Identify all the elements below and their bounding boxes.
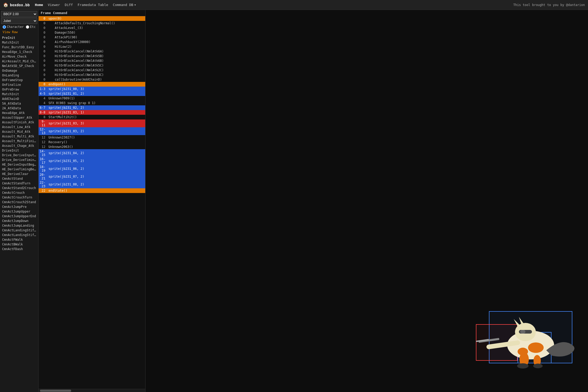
table-row[interactable]: 18-19sprite(jb231_06, 2) bbox=[39, 165, 145, 173]
sidebar-func-item[interactable]: CmnActCrouch bbox=[0, 190, 38, 195]
bottom-scrollbar[interactable] bbox=[39, 389, 145, 392]
radio-character[interactable] bbox=[3, 25, 6, 29]
frame-number: 4-5 bbox=[39, 92, 47, 95]
table-row[interactable]: 4SFX 0(003 swing grap 0 1) bbox=[39, 101, 145, 105]
radio-character-label[interactable]: Character bbox=[3, 25, 24, 29]
sidebar-func-item[interactable]: MatchInit bbox=[0, 40, 38, 45]
character-select[interactable]: Jubei bbox=[1, 18, 37, 24]
frame-number: 0 bbox=[39, 54, 47, 58]
table-row[interactable]: 1-3sprite(jb231_00, 3) bbox=[39, 87, 145, 91]
table-row[interactable]: 22endState() bbox=[39, 188, 145, 193]
table-row[interactable]: 0HitOrBlockCancel(NmlAtk5C) bbox=[39, 63, 145, 68]
table-row[interactable]: 0HitOrBlockCancel(NmlAtk3C) bbox=[39, 73, 145, 77]
table-row[interactable]: 0AttackLevel_(3) bbox=[39, 26, 145, 30]
scrollbar-thumb[interactable] bbox=[40, 390, 71, 392]
frame-header: Frame Command bbox=[39, 10, 145, 16]
table-row[interactable]: 12Recovery() bbox=[39, 140, 145, 144]
sidebar-func-item[interactable]: CmnActBWalk bbox=[0, 242, 38, 247]
table-row[interactable]: 6-7sprite(jb231_02, 2) bbox=[39, 105, 145, 110]
sidebar-func-item[interactable]: CmnActJumpLanding bbox=[0, 223, 38, 228]
table-row[interactable]: 0AttackDefaults_CrouchingNormal() bbox=[39, 21, 145, 26]
sidebar-func-item[interactable]: OnPreDraw bbox=[0, 87, 38, 92]
sidebar-func-item[interactable]: Drive_DeriveInputBegin bbox=[0, 153, 38, 158]
sidebar-func-item[interactable]: CmnActFDash bbox=[0, 247, 38, 251]
sidebar-func-item[interactable]: CmnActJumpUpperEnd bbox=[0, 214, 38, 219]
frame-list[interactable]: 0upon(0)0AttackDefaults_CrouchingNormal(… bbox=[39, 16, 145, 389]
table-row[interactable]: 4-5sprite(jb231_01, 2) bbox=[39, 91, 145, 96]
sidebar-func-item[interactable]: OnDamage bbox=[0, 68, 38, 73]
sidebar-func-item[interactable]: OnFrameStep bbox=[0, 78, 38, 82]
frame-number: 4 bbox=[39, 101, 47, 105]
table-row[interactable]: 22-23sprite(jb231_08, 2) bbox=[39, 180, 145, 188]
sidebar-func-item[interactable]: Assault_Chage_Atk bbox=[0, 143, 38, 148]
sidebar-func-item[interactable]: HE_DeriveClear bbox=[0, 172, 38, 176]
table-row[interactable]: 0AttackP1(90) bbox=[39, 35, 145, 40]
sidebar-func-item[interactable]: AssaultUpper_Atk bbox=[0, 115, 38, 120]
sidebar-func-item[interactable]: 2A_AtkData bbox=[0, 106, 38, 111]
sidebar-func-item[interactable]: CmnActJumpPre bbox=[0, 204, 38, 209]
sidebar-func-item[interactable]: OnFinalize bbox=[0, 82, 38, 87]
sidebar-func-item[interactable]: OnLanding bbox=[0, 73, 38, 78]
sidebar-func-item[interactable]: HE_DeriveTimingBegin bbox=[0, 167, 38, 172]
sidebar-func-item[interactable]: 5A_AtkData bbox=[0, 101, 38, 106]
nav-home[interactable]: Home bbox=[35, 3, 43, 7]
table-row[interactable]: 16-17sprite(jb231_05, 2) bbox=[39, 157, 145, 165]
sidebar-func-item[interactable]: CmnActFWalk bbox=[0, 237, 38, 242]
sidebar-func-item[interactable]: DriveInit bbox=[0, 148, 38, 153]
nav-command-db[interactable]: Command DB ▾ bbox=[113, 3, 136, 7]
sidebar-func-item[interactable]: HE_DeriveInputBegin bbox=[0, 162, 38, 167]
sidebar-func-item[interactable]: NmlAtk5D_SP_Check bbox=[0, 64, 38, 68]
table-row[interactable]: 14-15sprite(jb231_04, 2) bbox=[39, 149, 145, 157]
table-row[interactable]: 8StartMultihit() bbox=[39, 115, 145, 119]
sidebar-func-item[interactable]: AssaultFinish_Atk bbox=[0, 120, 38, 125]
table-row[interactable]: 0Damage(550) bbox=[39, 30, 145, 35]
sidebar-func-item[interactable]: HexaEdge_Atk bbox=[0, 111, 38, 115]
table-row[interactable]: 0HitOrBlockCancel(NmlAtk6B) bbox=[39, 58, 145, 63]
table-row[interactable]: 12-13sprite(jb231_03, 2) bbox=[39, 127, 145, 135]
sidebar-func-item[interactable]: AddChainD bbox=[0, 97, 38, 101]
nav-viewer[interactable]: Viewer bbox=[48, 3, 60, 7]
sidebar-func-item[interactable]: Assault_Multi_Atk bbox=[0, 134, 38, 139]
sidebar-func-item[interactable]: HexaEdge_1_Check bbox=[0, 50, 38, 54]
sidebar-func-item[interactable]: CmnActCrouch2Stand bbox=[0, 200, 38, 204]
nav-diff[interactable]: Diff bbox=[65, 3, 73, 7]
table-row[interactable]: 12Unknown2063() bbox=[39, 144, 145, 149]
sidebar-func-item[interactable]: Assault_Mid_Atk bbox=[0, 129, 38, 134]
version-select[interactable]: BBCF 2.00 bbox=[1, 11, 37, 17]
sidebar-func-item[interactable]: CmnActJumpUpper bbox=[0, 209, 38, 214]
sidebar-func-item[interactable]: CmnActCrouchTurn bbox=[0, 195, 38, 200]
sidebar-func-item[interactable]: CmnActJumpDown bbox=[0, 219, 38, 223]
sidebar-func-item[interactable]: Func_BurstDD_Easy bbox=[0, 45, 38, 50]
sidebar-func-item[interactable]: AirMove_Check bbox=[0, 54, 38, 59]
table-row[interactable]: 0HitOrBlockCancel(NmlAtk5B) bbox=[39, 54, 145, 58]
radio-etc-label[interactable]: Etc bbox=[26, 25, 36, 29]
sidebar-func-item[interactable]: Assault_Low_Atk bbox=[0, 125, 38, 129]
table-row[interactable]: 0upon(0) bbox=[39, 16, 145, 21]
sidebar-func-item[interactable]: CmnActLandingStiffLoop bbox=[0, 228, 38, 233]
table-row[interactable]: 0HitOrBlockCancel(NmlAtk6A) bbox=[39, 49, 145, 54]
sidebar-func-item[interactable]: CmnActStand bbox=[0, 176, 38, 181]
table-row[interactable]: 0HitLow(2) bbox=[39, 44, 145, 49]
table-row[interactable]: 0endUpon() bbox=[39, 82, 145, 87]
nav-framedata-table[interactable]: Framedata Table bbox=[77, 3, 108, 7]
sidebar-func-item[interactable]: AirAssault_Mid_Check bbox=[0, 59, 38, 64]
sidebar-func-item[interactable]: CmnActLandingStiffEnd bbox=[0, 233, 38, 237]
sidebar-func-item[interactable]: MatchInit bbox=[0, 92, 38, 97]
sidebar-func-item[interactable]: CmnActStandTurn bbox=[0, 181, 38, 186]
sidebar-func-item[interactable]: Drive_DeriveTimingBegin bbox=[0, 158, 38, 162]
table-row[interactable]: 8-8sprite(jb231_03, 1) bbox=[39, 110, 145, 115]
table-row[interactable]: 0AirPushbackY(20000) bbox=[39, 40, 145, 44]
sidebar-func-item[interactable]: PreInit bbox=[0, 35, 38, 40]
sidebar-func-item[interactable]: CmnActStand2Crouch bbox=[0, 186, 38, 190]
table-row[interactable]: 9-11sprite(jb231_03, 3) bbox=[39, 119, 145, 127]
radio-etc[interactable] bbox=[26, 25, 29, 29]
table-row[interactable]: 4Unknown7009(1) bbox=[39, 96, 145, 101]
table-row[interactable]: 0callSubroutine(AddChainD) bbox=[39, 77, 145, 82]
sidebar-func-item[interactable]: Assault_MultiFinish_Atk bbox=[0, 139, 38, 143]
brand-logo[interactable]: 🏠 boxdox.bb bbox=[3, 2, 30, 7]
table-row[interactable]: 20-21sprite(jb231_07, 2) bbox=[39, 173, 145, 180]
table-row[interactable]: 12Unknown23027() bbox=[39, 135, 145, 140]
view-raw-button[interactable]: View Raw bbox=[1, 30, 37, 34]
main-layout: BBCF 2.00 Jubei Character Etc View Raw P… bbox=[0, 10, 588, 392]
table-row[interactable]: 0HitOrBlockCancel(NmlAtk2C) bbox=[39, 68, 145, 73]
